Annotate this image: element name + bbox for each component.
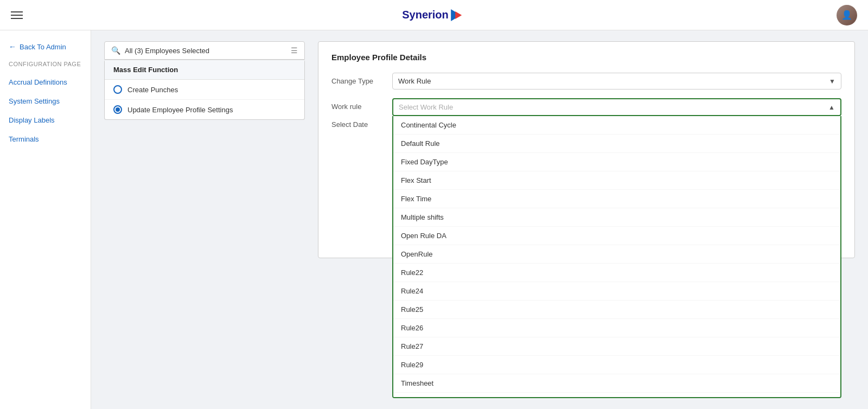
radio-create-label: Create Punches <box>127 86 178 94</box>
change-type-row: Change Type Work Rule ▼ <box>331 73 841 90</box>
change-type-value: Work Rule <box>398 77 431 85</box>
work-rule-arrow-icon: ▲ <box>828 104 835 111</box>
change-type-label: Change Type <box>331 77 386 85</box>
sidebar: ← Back To Admin CONFIGURATION PAGE Accru… <box>0 30 91 409</box>
right-panel: Employee Profile Details Change Type Wor… <box>318 41 855 398</box>
radio-update-profile[interactable]: Update Employee Profile Settings <box>105 100 304 119</box>
work-rule-label: Work rule <box>331 98 386 111</box>
main-content: 🔍 All (3) Employees Selected ☰ Mass Edit… <box>91 30 868 409</box>
sidebar-item-display[interactable]: Display Labels <box>0 111 91 130</box>
employee-search-bar[interactable]: 🔍 All (3) Employees Selected ☰ <box>104 41 305 60</box>
mass-edit-title: Mass Edit Function <box>105 60 304 80</box>
radio-circle-update <box>113 105 122 114</box>
dropdown-list-item[interactable]: Flex Time <box>393 190 840 208</box>
user-avatar[interactable]: 👤 <box>837 5 857 25</box>
sidebar-item-terminals[interactable]: Terminals <box>0 130 91 149</box>
change-type-select[interactable]: Work Rule ▼ <box>392 73 841 90</box>
app-logo: Synerion <box>402 9 466 21</box>
app-header: Synerion 👤 <box>0 0 868 30</box>
select-date-label: Select Date <box>331 120 386 129</box>
dropdown-list-item[interactable]: Continental Cycle <box>393 116 840 135</box>
radio-circle-create <box>113 85 122 94</box>
left-panel: 🔍 All (3) Employees Selected ☰ Mass Edit… <box>104 41 305 398</box>
dropdown-list-item[interactable]: Fixed DayType <box>393 153 840 171</box>
employee-profile-card: Employee Profile Details Change Type Wor… <box>318 41 855 258</box>
search-icon: 🔍 <box>111 46 120 55</box>
dropdown-list-item[interactable]: Multiple shifts <box>393 208 840 227</box>
work-rule-row: Work rule Select Work Rule ▲ Continental… <box>331 98 841 116</box>
back-link-label: Back To Admin <box>20 43 66 51</box>
employee-search-text: All (3) Employees Selected <box>125 47 286 55</box>
mass-edit-box: Mass Edit Function Create Punches Update… <box>104 60 305 120</box>
change-type-dropdown[interactable]: Work Rule ▼ <box>392 73 841 90</box>
radio-create-punches[interactable]: Create Punches <box>105 80 304 100</box>
work-rule-placeholder: Select Work Rule <box>399 103 453 111</box>
dropdown-list-item[interactable]: Rule24 <box>393 282 840 301</box>
dropdown-list-item[interactable]: Rule29 <box>393 356 840 374</box>
dropdown-list-item[interactable]: W2S <box>393 393 840 398</box>
dropdown-list-item[interactable]: OpenRule <box>393 245 840 264</box>
dropdown-list-item[interactable]: Open Rule DA <box>393 227 840 245</box>
back-arrow-icon: ← <box>9 42 16 51</box>
dropdown-list-item[interactable]: Default Rule <box>393 135 840 153</box>
dropdown-list-item[interactable]: Rule27 <box>393 337 840 356</box>
back-to-admin-link[interactable]: ← Back To Admin <box>0 39 91 59</box>
dropdown-list-item[interactable]: Rule25 <box>393 301 840 319</box>
change-type-arrow-icon: ▼ <box>829 78 835 85</box>
logo-text: Synerion <box>402 9 449 21</box>
dropdown-list-item[interactable]: Flex Start <box>393 171 840 190</box>
dropdown-list-item[interactable]: Timesheet <box>393 374 840 393</box>
work-rule-select[interactable]: Select Work Rule ▲ <box>392 98 841 116</box>
profile-card-title: Employee Profile Details <box>331 53 841 62</box>
filter-icon[interactable]: ☰ <box>291 46 298 55</box>
sidebar-item-system[interactable]: System Settings <box>0 92 91 111</box>
hamburger-menu-icon[interactable] <box>11 11 23 19</box>
dropdown-list-item[interactable]: Rule22 <box>393 264 840 282</box>
sidebar-item-accrual[interactable]: Accrual Definitions <box>0 73 91 92</box>
work-rule-select-wrapper: Select Work Rule ▲ Continental CycleDefa… <box>392 98 841 116</box>
radio-update-label: Update Employee Profile Settings <box>127 106 233 114</box>
dropdown-list-item[interactable]: Rule26 <box>393 319 840 337</box>
work-rule-dropdown-list: Continental CycleDefault RuleFixed DayTy… <box>392 116 841 398</box>
config-section-label: CONFIGURATION PAGE <box>0 59 91 73</box>
logo-icon <box>451 9 466 21</box>
